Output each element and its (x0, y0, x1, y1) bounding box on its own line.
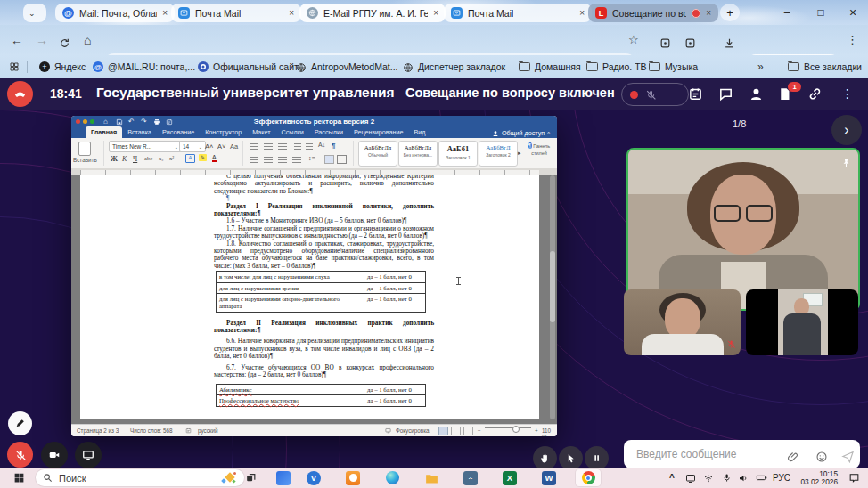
bookmark-folder-home[interactable]: Домашняя (519, 60, 581, 74)
tab-references[interactable]: Ссылки (275, 126, 308, 138)
taskbar-app-media-player[interactable] (340, 469, 365, 486)
annotate-tool-button[interactable] (8, 411, 32, 435)
bookmarks-overflow-button[interactable]: » (757, 60, 764, 74)
window-minimize-button[interactable]: – (772, 0, 802, 25)
participant-video-speaker[interactable] (626, 148, 860, 311)
zoom-slider-handle[interactable] (512, 426, 520, 433)
start-button[interactable] (9, 468, 29, 488)
style-heading2[interactable]: АаБбВгД Заголовок 2 (479, 141, 518, 167)
tab-close-icon[interactable]: × (162, 8, 168, 18)
proofing-icon[interactable] (185, 427, 192, 434)
tab-close-icon[interactable]: × (433, 8, 438, 18)
decrease-indent-button[interactable] (294, 143, 301, 150)
language-indicator[interactable]: РУС (770, 468, 793, 488)
next-participants-button[interactable]: › (831, 115, 862, 145)
tray-expand-button[interactable]: ^ (665, 468, 679, 488)
increase-indent-button[interactable] (306, 143, 313, 150)
participant-video-2[interactable] (624, 289, 741, 355)
zoom-out-button[interactable]: − (478, 427, 481, 434)
paste-button[interactable]: Вставить (73, 157, 97, 163)
focus-mode-button[interactable]: Фокусировка (396, 427, 430, 434)
notifications-tray-icon[interactable] (845, 468, 863, 488)
new-tab-button[interactable]: + (720, 4, 740, 21)
line-spacing-button[interactable]: ↕≡ (308, 155, 315, 161)
styles-pane-button[interactable]: ¶ Панель стилей (524, 141, 554, 156)
view-web-layout-button[interactable] (451, 427, 461, 435)
browser-tab-3[interactable]: E-Mail РГПУ им. А. И. Ге × (299, 4, 446, 22)
font-size-select[interactable]: 14⌄ (179, 141, 206, 152)
back-button[interactable]: ← (11, 32, 23, 48)
pointer-tool-button[interactable] (559, 446, 583, 468)
bookmark-manager[interactable]: Диспетчер закладок (403, 60, 505, 74)
forward-button[interactable]: → (36, 32, 48, 48)
paste-icon[interactable] (78, 142, 91, 156)
bookmark-folder-music[interactable]: Музыка (649, 60, 698, 74)
whiteboard-button[interactable] (688, 85, 703, 102)
pause-button[interactable] (585, 446, 609, 468)
bookmark-star-button[interactable]: ☆ (628, 32, 639, 48)
clock[interactable]: 10:15 03.02.2026 (793, 470, 838, 485)
borders-button[interactable] (337, 155, 347, 164)
tab-view[interactable]: Вид (409, 126, 431, 138)
taskbar-app-chrome-active[interactable] (576, 469, 601, 486)
cast-tray-icon[interactable] (683, 468, 699, 488)
wifi-tray-icon[interactable] (700, 468, 717, 488)
align-left-button[interactable] (250, 157, 258, 164)
browser-menu-button[interactable]: ⋮ (847, 32, 858, 48)
window-maximize-button[interactable]: □ (806, 0, 836, 25)
sort-button[interactable]: А↓ (318, 142, 325, 148)
subscript-button[interactable]: x₂ (159, 155, 164, 161)
browser-tab-4[interactable]: Почта Mail × (444, 4, 592, 22)
taskbar-app-mail[interactable] (271, 469, 296, 486)
send-button[interactable] (841, 448, 855, 464)
home-button[interactable]: ⌂ (84, 32, 91, 48)
downloads-button[interactable] (724, 34, 735, 50)
extension-icon[interactable] (659, 34, 671, 50)
tab-home[interactable]: Главная (86, 126, 122, 138)
grow-font-button[interactable]: A˄ (205, 142, 213, 150)
font-color-button[interactable]: А (212, 154, 217, 162)
font-name-select[interactable]: Times New R...⌄ (109, 141, 182, 152)
zoom-slider[interactable] (485, 427, 531, 428)
taskbar-app-edge[interactable] (380, 469, 405, 486)
reload-button[interactable] (59, 34, 70, 50)
zoom-in-button[interactable]: + (535, 427, 538, 434)
all-bookmarks-button[interactable]: Все закладки (788, 60, 862, 74)
view-reading-button[interactable] (463, 427, 473, 435)
highlight-color-button[interactable]: ✎ (199, 154, 207, 161)
numbered-list-button[interactable] (264, 143, 273, 150)
align-center-button[interactable] (264, 157, 273, 164)
shrink-font-button[interactable]: A˅ (217, 142, 225, 150)
tab-mailings[interactable]: Рассылки (309, 126, 348, 138)
extensions-puzzle-icon[interactable] (684, 34, 696, 50)
emoji-button[interactable] (815, 448, 828, 464)
task-view-button[interactable] (241, 468, 260, 488)
show-marks-button[interactable]: ¶ (332, 142, 335, 150)
taskbar-app-word[interactable]: W (536, 469, 561, 486)
taskbar-app-calculator[interactable]: ⁙ (458, 469, 483, 486)
bullet-list-button[interactable] (250, 143, 258, 150)
ruler[interactable] (71, 168, 557, 175)
bookmark-folder-radio-tv[interactable]: Радио. ТВ (586, 60, 647, 74)
header-menu-button[interactable]: ⋮ (841, 86, 854, 101)
zoom-level[interactable]: 110 % (542, 427, 557, 436)
window-close-button[interactable]: × (838, 0, 868, 25)
word-count[interactable]: Число слов: 568 (130, 427, 173, 434)
underline-button[interactable]: Ч (133, 155, 137, 163)
camera-toggle-button[interactable] (41, 442, 68, 468)
style-normal[interactable]: АаБбВгДд Обычный (358, 141, 397, 167)
taskbar-app-v[interactable]: V (301, 469, 326, 486)
multilevel-list-button[interactable] (278, 143, 287, 150)
taskbar-app-excel[interactable]: X (497, 469, 522, 486)
italic-button[interactable]: К (122, 155, 127, 163)
share-button[interactable]: Общий доступ ^ (492, 129, 550, 137)
apps-grid-button[interactable] (9, 60, 20, 74)
strikethrough-button[interactable]: abc (144, 155, 152, 161)
link-button[interactable] (807, 85, 823, 102)
volume-tray-icon[interactable] (735, 468, 751, 488)
tab-layout[interactable]: Макет (247, 126, 275, 138)
collapse-ribbon-icon[interactable]: ^ (547, 131, 550, 136)
screenshare-toggle-button[interactable] (75, 442, 102, 468)
page-indicator[interactable]: Страница 2 из 3 (77, 427, 119, 434)
participants-button[interactable] (749, 85, 764, 102)
